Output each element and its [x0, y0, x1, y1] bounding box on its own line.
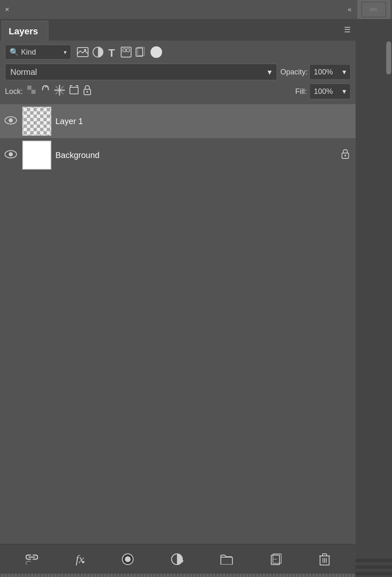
svg-rect-18: [70, 87, 78, 94]
kind-chevron-icon: ▾: [64, 49, 67, 55]
svg-rect-11: [31, 86, 36, 90]
layer-row[interactable]: Background: [0, 138, 356, 172]
tab-bar: Layers ☰: [0, 19, 356, 41]
blend-chevron-icon: ▾: [268, 67, 272, 77]
layers-list: Layer 1 Background: [0, 104, 356, 544]
fill-group: Fill: 100% ▾: [295, 84, 351, 99]
lock-transparency-button[interactable]: [27, 85, 37, 98]
fill-dropdown[interactable]: 100% ▾: [309, 84, 351, 99]
lock-all-button[interactable]: [83, 85, 91, 98]
link-layers-button[interactable]: [26, 554, 38, 565]
right-thumb-area: IMG: [356, 0, 392, 19]
visibility-icon-background[interactable]: [3, 149, 18, 162]
kind-dropdown[interactable]: 🔍 Kind ▾: [5, 45, 71, 60]
lock-artboard-button[interactable]: [69, 85, 79, 98]
filter-type-button[interactable]: T: [108, 47, 117, 57]
layers-tab[interactable]: Layers: [2, 21, 48, 41]
layer-fx-button[interactable]: fx ▾: [76, 553, 84, 566]
right-panel: IMG: [356, 0, 392, 577]
controls-area: 🔍 Kind ▾: [0, 41, 356, 104]
layers-tab-label: Layers: [9, 26, 38, 37]
scrollbar-thumb[interactable]: [386, 41, 391, 74]
blend-mode-dropdown[interactable]: Normal ▾: [5, 64, 277, 80]
svg-rect-4: [121, 47, 131, 57]
background-thumbnail: [22, 141, 51, 170]
fill-chevron-icon: ▾: [342, 87, 346, 96]
panel-top-bar: × «: [0, 0, 356, 19]
svg-rect-12: [27, 90, 31, 94]
opacity-label: Opacity:: [280, 68, 308, 77]
create-layer-button[interactable]: [271, 553, 282, 565]
svg-text:IMG: IMG: [370, 7, 378, 12]
opacity-chevron-icon: ▾: [342, 67, 346, 77]
panel-menu-button[interactable]: ☰: [344, 25, 351, 34]
create-group-button[interactable]: [220, 554, 233, 565]
svg-rect-38: [323, 554, 327, 556]
svg-rect-5: [123, 49, 126, 52]
filter-adjustment-button[interactable]: [93, 47, 103, 57]
bottom-toolbar: fx ▾ ▾: [0, 544, 356, 574]
lock-image-button[interactable]: [41, 85, 50, 98]
fill-value: 100%: [314, 87, 333, 96]
visibility-icon-layer1[interactable]: [3, 115, 18, 128]
svg-point-24: [9, 152, 13, 156]
filter-pixel-button[interactable]: [77, 47, 88, 57]
filter-row: 🔍 Kind ▾: [5, 45, 351, 60]
filter-icons: T: [77, 46, 162, 58]
layer-row[interactable]: Layer 1: [0, 104, 356, 138]
filter-smartobj-button[interactable]: [136, 47, 145, 57]
svg-point-1: [84, 49, 86, 51]
svg-rect-10: [31, 90, 36, 94]
filter-toggle[interactable]: [151, 46, 162, 58]
collapse-button[interactable]: «: [348, 6, 351, 13]
svg-point-22: [9, 118, 13, 122]
lock-label: Lock:: [5, 87, 23, 96]
background-lock-icon: [342, 149, 349, 161]
svg-rect-9: [27, 86, 31, 90]
search-icon: 🔍: [10, 48, 19, 57]
lock-row: Lock:: [5, 84, 351, 99]
opacity-value: 100%: [314, 68, 333, 77]
new-adjustment-button[interactable]: ▾: [171, 553, 183, 565]
delete-layer-button[interactable]: [319, 553, 330, 565]
scrollbar-track[interactable]: [356, 21, 392, 486]
svg-point-20: [86, 91, 88, 93]
add-mask-button[interactable]: [122, 553, 134, 565]
kind-label: Kind: [21, 48, 36, 57]
svg-text:T: T: [108, 47, 115, 57]
svg-point-26: [344, 155, 346, 156]
lock-position-button[interactable]: [54, 85, 65, 98]
svg-rect-6: [127, 49, 129, 52]
blend-row: Normal ▾ Opacity: 100% ▾: [5, 64, 351, 80]
svg-line-13: [45, 86, 47, 87]
blend-mode-label: Normal: [10, 67, 37, 77]
svg-point-29: [125, 556, 131, 562]
close-button[interactable]: ×: [5, 6, 10, 13]
opacity-dropdown[interactable]: 100% ▾: [309, 64, 351, 80]
layer1-thumbnail: [22, 107, 51, 136]
svg-rect-32: [221, 557, 232, 565]
fill-label: Fill:: [295, 87, 307, 96]
filter-shape-button[interactable]: [121, 47, 131, 57]
opacity-group: Opacity: 100% ▾: [280, 64, 351, 80]
layer1-name: Layer 1: [55, 117, 352, 126]
divider-strip: [0, 574, 356, 577]
svg-rect-7: [136, 48, 143, 56]
background-name: Background: [55, 151, 337, 160]
